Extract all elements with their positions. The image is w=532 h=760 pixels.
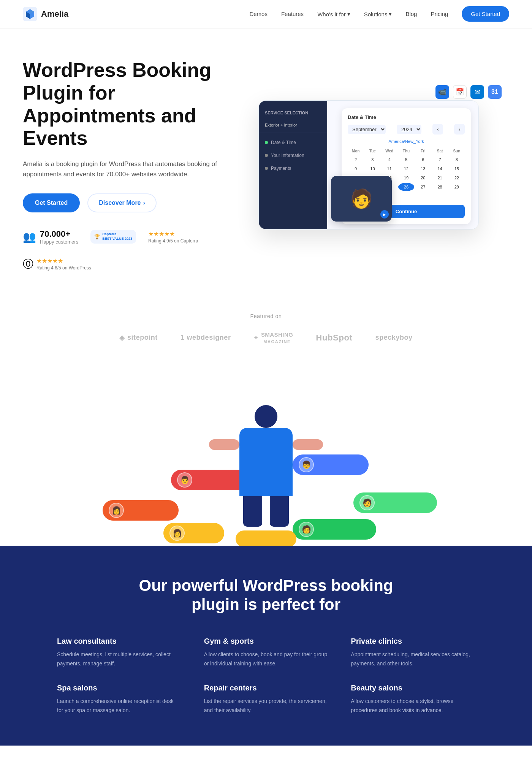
live-icon: ▶: [383, 212, 386, 217]
sidebar-info-label: Your Information: [271, 153, 304, 158]
capterra-rating: ★★★★★ Rating 4.9/5 on Capterra: [148, 230, 198, 244]
next-month-button[interactable]: ›: [454, 124, 465, 135]
wp-rating-group: ⓪ ★★★★★ Rating 4.6/5 on WordPress: [23, 257, 91, 271]
wp-stars: ★★★★★: [36, 257, 91, 264]
cal-day-27[interactable]: 27: [415, 183, 431, 191]
use-case-repair: Repair centers List the repair services …: [204, 684, 328, 715]
avatar-green-bottom: 🧑: [299, 522, 314, 537]
use-case-spa-title: Spa salons: [57, 684, 181, 692]
live-indicator: ▶: [380, 210, 389, 218]
nav-item-features[interactable]: Features: [281, 11, 304, 17]
featured-label: Featured on: [23, 313, 509, 319]
arrow-right-icon: ›: [143, 200, 145, 206]
cal-day-21[interactable]: 21: [432, 174, 448, 182]
capterra-rating-label: Rating 4.9/5 on Capterra: [148, 238, 198, 244]
nav-item-solutions[interactable]: Solutions ▾: [364, 11, 392, 17]
sidebar-dot-info: [265, 154, 268, 157]
sitepoint-symbol: ◈: [119, 334, 125, 342]
customers-stat: 👥 70.000+ Happy customers: [23, 229, 78, 245]
wp-rating: ★★★★★ Rating 4.6/5 on WordPress: [36, 257, 91, 271]
use-case-spa-desc: Launch a comprehensive online receptioni…: [57, 697, 181, 715]
nav-dropdown-solutions[interactable]: Solutions ▾: [364, 11, 392, 17]
hero-description: Amelia is a booking plugin for WordPress…: [23, 159, 220, 179]
cal-day-7[interactable]: 7: [432, 155, 448, 164]
customers-icon: 👥: [23, 231, 36, 243]
nav-item-demos[interactable]: Demos: [249, 11, 268, 17]
nav-link-blog[interactable]: Blog: [405, 11, 417, 17]
cal-day-29[interactable]: 29: [449, 183, 465, 191]
cal-day-26-today[interactable]: 26: [398, 183, 414, 191]
cal-day-10[interactable]: 10: [364, 165, 380, 173]
nav-link-pricing[interactable]: Pricing: [431, 11, 448, 17]
nav-link-features[interactable]: Features: [281, 11, 304, 17]
prev-month-button[interactable]: ‹: [432, 124, 443, 135]
person-leg-left: [243, 496, 262, 527]
cal-day-12[interactable]: 12: [398, 165, 414, 173]
smashing-text: SMASHINGMAGAZINE: [261, 331, 293, 344]
avatar-red: 👨: [177, 472, 192, 488]
calendar-header: September 2024 ‹ ›: [348, 124, 465, 135]
nav-link-demos[interactable]: Demos: [249, 11, 268, 17]
nav-dropdown-whos-it-for[interactable]: Who's it for ▾: [317, 11, 350, 17]
sidebar-info[interactable]: Your Information: [259, 149, 327, 162]
navbar: Amelia Demos Features Who's it for ▾ Sol…: [0, 0, 532, 28]
nav-item-cta[interactable]: Get Started: [462, 11, 509, 17]
booking-widget: Service Selection Exterior + Interior Da…: [258, 100, 479, 230]
zoom-icon: 📹: [435, 85, 449, 99]
year-select[interactable]: 2024: [397, 125, 421, 134]
cal-day-19[interactable]: 19: [398, 174, 414, 182]
outlook-icon: ✉: [470, 85, 484, 99]
discover-more-button[interactable]: Discover More ›: [87, 193, 157, 212]
customers-label: Happy customers: [40, 239, 78, 245]
avatar-blue: 👦: [299, 457, 314, 472]
nav-cta-button[interactable]: Get Started: [462, 6, 509, 22]
avatar-green-right: 🧑: [359, 495, 375, 510]
sidebar-subtitle: Exterior + Interior: [259, 120, 327, 130]
sidebar-datetime-label: Date & Time: [271, 140, 296, 145]
sitepoint-text: sitepoint: [127, 334, 158, 342]
chevron-down-icon-2: ▾: [389, 11, 392, 17]
person-illustration: [239, 405, 293, 527]
get-started-button[interactable]: Get Started: [23, 193, 80, 212]
cal-day-20[interactable]: 20: [415, 174, 431, 182]
toggle-pill-yellow-bottom: [236, 530, 296, 546]
cal-day-14[interactable]: 14: [432, 165, 448, 173]
cal-day-5[interactable]: 5: [398, 155, 414, 164]
cal-day-4[interactable]: 4: [382, 155, 397, 164]
person-head: [255, 405, 277, 428]
sidebar-datetime[interactable]: Date & Time: [259, 136, 327, 149]
cal-day-8[interactable]: 8: [449, 155, 465, 164]
cal-day-9[interactable]: 9: [348, 165, 364, 173]
nav-item-pricing[interactable]: Pricing: [431, 11, 448, 17]
logo[interactable]: Amelia: [23, 7, 68, 21]
cal-day-15[interactable]: 15: [449, 165, 465, 173]
nav-item-whos-it-for[interactable]: Who's it for ▾: [317, 11, 350, 17]
smashing-star-icon: ✦: [253, 334, 258, 341]
timezone-label: America/New_York: [348, 139, 465, 144]
nav-menu: Demos Features Who's it for ▾ Solutions …: [249, 11, 509, 17]
cal-day-28[interactable]: 28: [432, 183, 448, 191]
person-leg-right: [270, 496, 289, 527]
cal-day-2[interactable]: 2: [348, 155, 364, 164]
cal-day-6[interactable]: 6: [415, 155, 431, 164]
cal-day-11[interactable]: 11: [382, 165, 397, 173]
toggle-pill-yellow: 👩: [163, 523, 224, 543]
capterra-badge-text: BEST VALUE 2023: [102, 237, 132, 241]
person-arm-right: [293, 439, 323, 450]
cal-day-22[interactable]: 22: [449, 174, 465, 182]
month-select[interactable]: September: [348, 125, 386, 134]
use-case-law-title: Law consultants: [57, 637, 181, 646]
toggle-pill-green-bottom: 🧑: [293, 519, 376, 540]
cal-day-13[interactable]: 13: [415, 165, 431, 173]
use-case-law-desc: Schedule meetings, list multiple service…: [57, 650, 181, 668]
person-in-video: 🧑: [350, 188, 373, 209]
cal-day-3[interactable]: 3: [364, 155, 380, 164]
person-torso: [239, 428, 293, 496]
sidebar-payments[interactable]: Payments: [259, 162, 327, 175]
use-case-clinics-title: Private clinics: [351, 637, 475, 646]
sidebar-divider: [259, 133, 327, 133]
wp-rating-label: Rating 4.6/5 on WordPress: [36, 265, 91, 271]
wordpress-icon: ⓪: [23, 257, 33, 271]
use-case-law: Law consultants Schedule meetings, list …: [57, 637, 181, 668]
nav-item-blog[interactable]: Blog: [405, 11, 417, 17]
